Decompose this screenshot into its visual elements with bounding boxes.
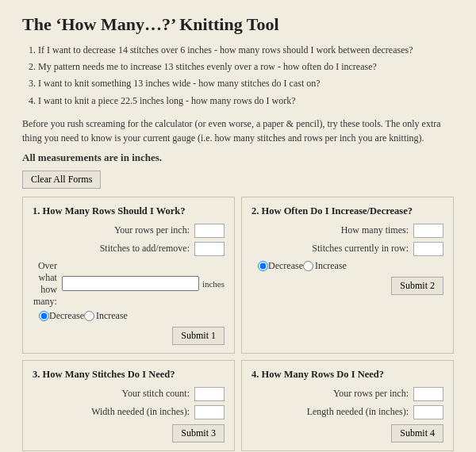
- clear-all-forms-button-top[interactable]: Clear All Forms: [22, 170, 101, 189]
- form3-title: 3. How Many Stitches Do I Need?: [33, 369, 225, 381]
- form2-times-input[interactable]: [413, 224, 443, 238]
- form3-width-row: Width needed (in inches):: [33, 405, 225, 419]
- intro-item-3: I want to knit something 13 inches wide …: [38, 76, 454, 91]
- form2-radio-row: Decrease Increase: [251, 260, 443, 272]
- form1-decrease-label: Decrease: [49, 310, 84, 322]
- form2-stitches-label: Stitches currently in row:: [251, 243, 409, 255]
- form2-decrease-label: Decrease: [268, 260, 303, 272]
- form1-over-inner: inches: [62, 276, 225, 291]
- form1-over-input[interactable]: [62, 276, 199, 291]
- form4-length-row: Length needed (in inches):: [251, 405, 443, 419]
- form1-increase-radio[interactable]: [84, 311, 94, 321]
- form2-stitches-input[interactable]: [413, 242, 443, 256]
- intro-item-2: My pattern needs me to increase 13 stitc…: [38, 59, 454, 75]
- form2-decrease-radio[interactable]: [258, 261, 268, 271]
- form3-width-label: Width needed (in inches):: [33, 406, 190, 418]
- form1-radio-row: Decrease Increase: [33, 310, 225, 322]
- form3-box: 3. How Many Stitches Do I Need? Your sti…: [22, 360, 235, 451]
- form3-stitch-count-row: Your stitch count:: [33, 387, 225, 401]
- form1-over-label: Over what how many:: [33, 260, 57, 308]
- form3-stitch-count-input[interactable]: [194, 387, 225, 401]
- form4-length-label: Length needed (in inches):: [251, 406, 409, 418]
- form4-box: 4. How Many Rows Do I Need? Your rows pe…: [241, 360, 454, 451]
- intro-item-1: If I want to decrease 14 stitches over 6…: [38, 43, 454, 58]
- form2-increase-radio[interactable]: [303, 261, 313, 271]
- form1-submit-button[interactable]: Submit 1: [172, 327, 225, 345]
- form2-submit-row: Submit 2: [251, 277, 443, 295]
- form1-title: 1. How Many Rows Should I Work?: [33, 205, 225, 217]
- form2-box: 2. How Often Do I Increase/Decrease? How…: [241, 197, 454, 354]
- intro-list: If I want to decrease 14 stitches over 6…: [38, 43, 454, 109]
- form3-submit-button[interactable]: Submit 3: [172, 424, 225, 442]
- form2-times-row: How many times:: [251, 224, 443, 238]
- form1-rows-per-inch-label: Your rows per inch:: [33, 224, 190, 236]
- form2-title: 2. How Often Do I Increase/Decrease?: [251, 205, 443, 217]
- form1-increase-label: Increase: [96, 310, 128, 322]
- form4-rows-per-inch-label: Your rows per inch:: [251, 388, 409, 400]
- form1-submit-row: Submit 1: [33, 327, 225, 345]
- form1-rows-per-inch-input[interactable]: [194, 224, 225, 238]
- form4-submit-button[interactable]: Submit 4: [391, 424, 443, 442]
- form1-over-row: Over what how many: inches: [33, 260, 225, 308]
- form3-width-input[interactable]: [194, 405, 225, 419]
- form3-stitch-count-label: Your stitch count:: [33, 388, 190, 400]
- form3-submit-row: Submit 3: [33, 424, 225, 442]
- form1-box: 1. How Many Rows Should I Work? Your row…: [22, 197, 235, 354]
- intro-paragraph: Before you rush screaming for the calcul…: [22, 117, 454, 145]
- form1-rows-per-inch-row: Your rows per inch:: [33, 224, 225, 238]
- form4-length-input[interactable]: [413, 405, 443, 419]
- form1-stitches-input[interactable]: [194, 242, 225, 256]
- form4-title: 4. How Many Rows Do I Need?: [251, 369, 443, 381]
- form2-submit-button[interactable]: Submit 2: [391, 277, 443, 295]
- form4-rows-per-inch-input[interactable]: [413, 387, 443, 401]
- form1-decrease-radio[interactable]: [39, 311, 49, 321]
- form4-submit-row: Submit 4: [251, 424, 443, 442]
- form2-stitches-row: Stitches currently in row:: [251, 242, 443, 256]
- form1-stitches-label: Stitches to add/remove:: [33, 243, 190, 255]
- intro-item-4: I want to knit a piece 22.5 inches long …: [38, 94, 454, 109]
- form4-rows-per-inch-row: Your rows per inch:: [251, 387, 443, 401]
- form2-times-label: How many times:: [251, 224, 409, 236]
- page-title: The ‘How Many…?’ Knitting Tool: [22, 14, 454, 35]
- forms-grid: 1. How Many Rows Should I Work? Your row…: [22, 197, 454, 451]
- form1-inches-note: inches: [202, 279, 225, 289]
- form1-stitches-row: Stitches to add/remove:: [33, 242, 225, 256]
- measurements-label: All measurements are in inches.: [22, 151, 454, 164]
- form2-increase-label: Increase: [315, 260, 347, 272]
